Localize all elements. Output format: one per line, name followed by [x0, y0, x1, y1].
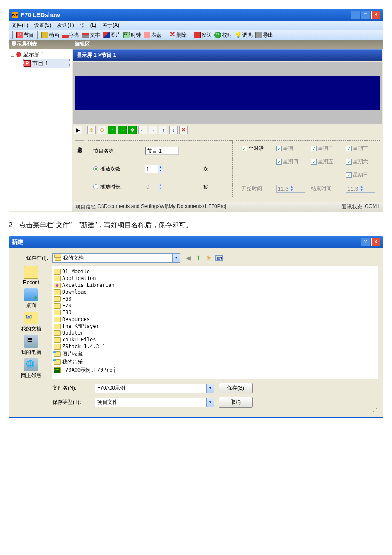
list-item[interactable]: F70A00示例.F70Proj — [54, 366, 376, 374]
fit-h-button[interactable]: ↔ — [118, 126, 127, 134]
file-list[interactable]: 91 MobileApplicationAxialis LibrarianDow… — [52, 266, 378, 379]
play-dur-spin[interactable]: ▲▼ — [145, 183, 197, 191]
list-item[interactable]: 图片收藏 — [54, 350, 376, 358]
preview-canvas[interactable] — [75, 76, 380, 110]
tb-caltime[interactable]: ⟳校时 — [214, 32, 232, 39]
fit-v-button[interactable]: ↕ — [108, 126, 116, 134]
save-button[interactable]: 保存(S) — [219, 383, 253, 393]
end-time-spin[interactable]: ▲▼ — [346, 185, 375, 193]
move-right-button[interactable]: → — [149, 126, 157, 134]
list-item[interactable]: 我的音乐 — [54, 358, 376, 366]
list-item[interactable]: Resources — [54, 316, 376, 323]
tb-anim[interactable]: 动画 — [41, 32, 59, 39]
tb-text[interactable]: 文本 — [82, 32, 100, 39]
move-up-button[interactable]: ↑ — [159, 126, 167, 134]
tb-bright[interactable]: 💡调亮 — [235, 32, 253, 39]
wed-checkbox[interactable]: ✓星期三 — [346, 145, 375, 152]
place-pc[interactable]: 我的电脑 — [21, 335, 41, 356]
path-label: 项目路径 — [75, 203, 96, 211]
back-button[interactable]: ◀ — [184, 254, 192, 261]
filetype-combo[interactable]: 项目文件 ▼ — [95, 398, 214, 407]
zoom-out-button[interactable]: ⊖ — [98, 126, 106, 134]
save-in-combo[interactable]: 我的文档 ▼ — [52, 253, 180, 263]
menu-send[interactable]: 发送(T) — [57, 22, 74, 29]
chevron-down-icon[interactable]: ▼ — [206, 398, 214, 407]
move-down-button[interactable]: ↓ — [169, 126, 178, 134]
app-icon: F70 — [12, 12, 18, 18]
filetype-label: 保存类型(T): — [52, 399, 91, 406]
cancel-button[interactable]: 取消 — [219, 397, 253, 408]
new-folder-button[interactable]: ✳ — [205, 254, 213, 261]
filename-combo[interactable]: F70A00示例 ▼ — [95, 384, 214, 393]
resize-grip[interactable]: ⋰ — [14, 408, 378, 412]
minimize-button[interactable]: _ — [351, 11, 360, 19]
tree-expander[interactable]: − — [11, 53, 14, 57]
fit-all-button[interactable]: ✥ — [128, 126, 137, 134]
play-dur-radio[interactable]: 播放时长 — [93, 183, 139, 191]
up-button[interactable]: ⬆ — [195, 254, 202, 261]
breadcrumb: 显示屏-1->节目-1 — [73, 49, 382, 61]
close-button[interactable]: × — [371, 11, 380, 19]
menu-language[interactable]: 语言(L) — [80, 22, 97, 29]
folder-icon — [54, 337, 61, 343]
tb-send[interactable]: 发送 — [194, 32, 212, 39]
list-item[interactable]: F80 — [54, 309, 376, 316]
titlebar: F70 F70 LEDshow _ □ × — [9, 9, 383, 21]
list-item[interactable]: F70 — [54, 302, 376, 309]
tb-program[interactable]: P节目 — [16, 32, 34, 39]
left-pane-header: 显示屏列表 — [9, 40, 72, 49]
dialog-close-button[interactable]: × — [371, 238, 380, 246]
list-item[interactable]: F60 — [54, 295, 376, 302]
folder-icon — [54, 303, 61, 309]
list-item[interactable]: Updater — [54, 330, 376, 336]
maximize-button[interactable]: □ — [361, 11, 370, 19]
fri-checkbox[interactable]: ✓星期五 — [311, 158, 340, 165]
place-recent[interactable]: Recent — [23, 266, 39, 286]
view-button[interactable]: ▦▾ — [215, 255, 223, 261]
list-item[interactable]: The KMPlayer — [54, 323, 376, 330]
play-count-spin[interactable]: ▲▼ — [145, 165, 197, 173]
sun-checkbox[interactable]: ✓星期日 — [346, 171, 375, 179]
allday-checkbox[interactable]: ✓全时段 — [242, 145, 271, 152]
list-item[interactable]: 91 Mobile — [54, 268, 376, 275]
toolbar: P节目 动画 字幕 文本 图片 1542时钟 表盘 ✕删除 发送 ⟳校时 💡调亮… — [9, 30, 383, 40]
list-item[interactable]: Application — [54, 275, 376, 282]
start-time-spin[interactable]: ▲▼ — [276, 185, 305, 193]
display-tree[interactable]: − 显示屏-1 P 节目-1 — [9, 49, 72, 211]
help-button[interactable]: ? — [361, 238, 370, 246]
play-button[interactable]: ▶ — [74, 126, 82, 134]
props-tab[interactable]: 综合信息 — [75, 140, 84, 197]
list-item[interactable]: Download — [54, 289, 376, 295]
tue-checkbox[interactable]: ✓星期二 — [311, 145, 340, 152]
tb-export[interactable]: 导出 — [255, 32, 273, 39]
sat-checkbox[interactable]: ✓星期六 — [346, 158, 375, 165]
thu-checkbox[interactable]: ✓星期四 — [276, 158, 305, 165]
move-left-button[interactable]: ← — [138, 126, 147, 134]
app-title: F70 LEDshow — [21, 12, 60, 18]
zoom-in-button[interactable]: ⊕ — [87, 126, 96, 134]
chevron-down-icon[interactable]: ▼ — [206, 384, 214, 393]
folder-icon — [54, 296, 61, 302]
program-name-input[interactable] — [145, 147, 179, 155]
tree-child[interactable]: P 节目-1 — [23, 59, 70, 68]
place-desktop[interactable]: 桌面 — [24, 288, 38, 309]
tb-image[interactable]: 图片 — [103, 32, 121, 39]
tb-dial[interactable]: 表盘 — [144, 32, 161, 39]
mon-checkbox[interactable]: ✓星期一 — [276, 145, 305, 152]
play-count-radio[interactable]: 播放次数 — [93, 165, 139, 173]
tree-root[interactable]: − 显示屏-1 — [11, 50, 70, 59]
tb-delete[interactable]: ✕删除 — [169, 32, 187, 39]
tb-clock[interactable]: 1542时钟 — [123, 32, 141, 39]
list-item[interactable]: Youku Files — [54, 336, 376, 343]
clear-button[interactable]: ✕ — [179, 126, 188, 134]
place-net[interactable]: 网上邻居 — [21, 358, 41, 379]
chevron-down-icon[interactable]: ▼ — [172, 254, 180, 262]
list-item[interactable]: ZStack-1.4.3-1 — [54, 343, 376, 350]
tb-subtitle[interactable]: 字幕 — [62, 32, 80, 39]
folder-icon — [54, 344, 61, 350]
menu-about[interactable]: 关于(A) — [102, 22, 119, 29]
place-docs[interactable]: 我的文档 — [21, 312, 41, 332]
menu-settings[interactable]: 设置(S) — [34, 22, 51, 29]
list-item[interactable]: Axialis Librarian — [54, 282, 376, 289]
menu-file[interactable]: 文件(F) — [12, 22, 28, 29]
